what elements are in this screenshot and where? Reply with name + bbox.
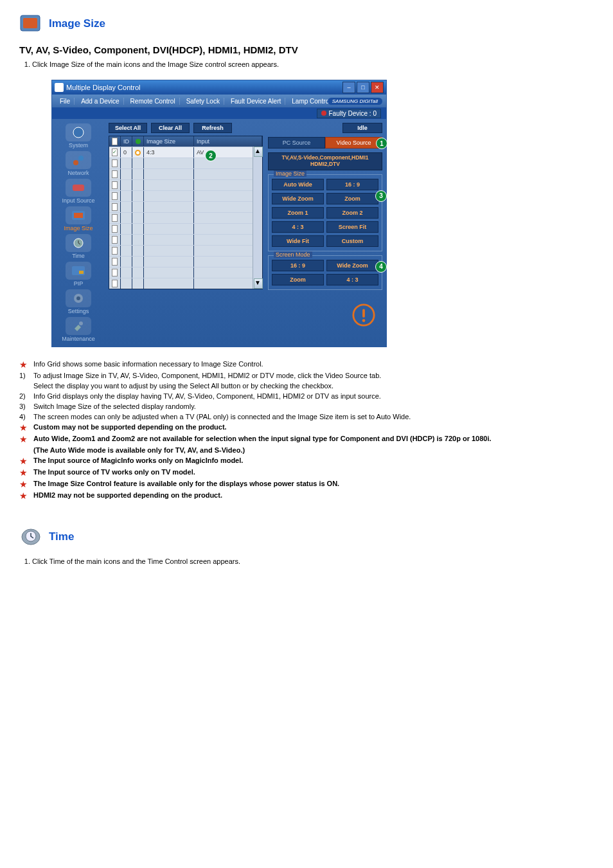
btn-sm-wide-zoom[interactable]: Wide Zoom	[326, 260, 378, 271]
sidebar-item-image-size[interactable]: Image Size	[55, 206, 102, 232]
col-checkbox	[109, 136, 121, 147]
menu-fault-alert[interactable]: Fault Device Alert	[227, 98, 285, 105]
brand-badge: SAMSUNG DIGITall	[328, 98, 382, 105]
btn-sm-zoom[interactable]: Zoom	[272, 274, 324, 285]
sidebar-item-system[interactable]: System	[55, 123, 102, 149]
callout-badge-2: 2	[205, 150, 217, 161]
sidebar-item-input-source[interactable]: Input Source	[55, 178, 102, 204]
faulty-bar: Faulty Device : 0	[52, 107, 386, 119]
system-icon	[66, 123, 91, 141]
scroll-down-icon[interactable]: ▼	[254, 278, 263, 289]
settings-icon	[66, 289, 91, 307]
menu-file[interactable]: File	[56, 98, 75, 105]
btn-sm-16-9[interactable]: 16 : 9	[272, 260, 324, 271]
grid-header: ID Image Size Input	[109, 136, 262, 147]
btn-wide-zoom[interactable]: Wide Zoom	[272, 193, 324, 204]
marker-3: 3)	[19, 402, 33, 410]
grid-row-empty	[109, 234, 262, 245]
sidebar-item-time[interactable]: Time	[55, 233, 102, 260]
grid-row-empty	[109, 179, 262, 190]
note-3: Switch Image Size of the selected displa…	[33, 402, 594, 410]
btn-zoom[interactable]: Zoom	[326, 193, 378, 204]
btn-zoom-2[interactable]: Zoom 2	[326, 207, 378, 219]
grid-scrollbar[interactable]: ▲ ▼	[253, 147, 262, 289]
tab-video-source[interactable]: Video Source	[325, 137, 382, 149]
time-icon	[66, 234, 91, 252]
app-window: Multiple Display Control – □ ✕ File Add …	[51, 80, 387, 347]
sidebar-item-network[interactable]: Network	[55, 150, 102, 177]
sidebar: System Network Input Source Image Size T…	[52, 119, 105, 347]
btn-custom[interactable]: Custom	[326, 235, 378, 247]
row-id: 0	[121, 147, 132, 158]
star-icon: ★	[19, 423, 33, 432]
grid-row-empty	[109, 190, 262, 201]
btn-16-9[interactable]: 16 : 9	[326, 179, 378, 190]
alert-icon	[351, 303, 376, 329]
grid-row-empty	[109, 168, 262, 179]
sidebar-item-pip[interactable]: PIP	[55, 261, 102, 287]
btn-4-3[interactable]: 4 : 3	[272, 221, 324, 233]
menu-add-device[interactable]: Add a Device	[77, 98, 123, 105]
clear-all-button[interactable]: Clear All	[151, 123, 190, 133]
screen-mode-panel: Screen Mode 16 : 9 Wide Zoom Zoom 4 : 3 …	[268, 255, 382, 290]
note-info-grid: Info Grid shows some basic information n…	[33, 360, 594, 368]
faulty-device-indicator: Faulty Device : 0	[317, 109, 381, 118]
btn-zoom-1[interactable]: Zoom 1	[272, 207, 324, 219]
star-icon: ★	[19, 480, 33, 489]
grid-row-empty	[109, 212, 262, 223]
intro-list: Click Image Size of the main icons and t…	[19, 60, 594, 68]
refresh-button[interactable]: Refresh	[193, 123, 232, 133]
section-header-image-size: Image Size	[19, 13, 594, 35]
note-s4: The Input source of TV works only on TV …	[33, 468, 594, 476]
star-icon: ★	[19, 360, 33, 369]
row-size: 4:3	[144, 147, 194, 158]
grid-row-0[interactable]: 0 4:3 AV	[109, 147, 262, 158]
image-size-legend: Image Size	[274, 170, 306, 177]
sidebar-item-maintenance[interactable]: Maintenance	[55, 316, 102, 343]
image-size-icon	[19, 13, 42, 35]
grid-row-empty	[109, 256, 262, 267]
svg-point-13	[79, 321, 83, 325]
grid-row-empty	[109, 223, 262, 234]
btn-sm-4-3[interactable]: 4 : 3	[326, 274, 378, 285]
sidebar-item-settings[interactable]: Settings	[55, 289, 102, 315]
maximize-button[interactable]: □	[357, 82, 369, 93]
menu-remote-control[interactable]: Remote Control	[127, 98, 180, 105]
row-checkbox[interactable]	[112, 149, 118, 156]
star-icon: ★	[19, 457, 33, 466]
scroll-up-icon[interactable]: ▲	[254, 147, 263, 157]
btn-auto-wide[interactable]: Auto Wide	[272, 179, 324, 190]
network-icon	[66, 151, 91, 169]
maintenance-icon	[66, 317, 91, 335]
svg-point-2	[73, 127, 84, 138]
note-1a: To adjust Image Size in TV, AV, S-Video,…	[33, 372, 594, 379]
grid-row-empty	[109, 245, 262, 256]
star-icon: ★	[19, 491, 33, 500]
faulty-dot-icon	[321, 111, 326, 116]
select-all-button[interactable]: Select All	[109, 123, 147, 133]
btn-screen-fit[interactable]: Screen Fit	[326, 221, 378, 233]
btn-wide-fit[interactable]: Wide Fit	[272, 235, 324, 247]
note-s6: HDMI2 may not be supported depending on …	[33, 491, 594, 499]
image-size-nav-icon	[66, 206, 91, 224]
notes-list: ★Info Grid shows some basic information …	[19, 360, 594, 500]
time-step-1: Click Time of the main icons and the Tim…	[32, 557, 594, 565]
svg-rect-1	[23, 18, 37, 28]
menu-safety-lock[interactable]: Safety Lock	[182, 98, 224, 105]
svg-rect-5	[73, 185, 84, 191]
svg-rect-7	[74, 213, 83, 218]
svg-point-3	[73, 160, 78, 165]
svg-point-16	[362, 319, 366, 322]
input-source-icon	[66, 179, 91, 197]
svg-point-12	[76, 296, 80, 300]
callout-badge-3: 3	[375, 190, 387, 202]
tab-pc-source[interactable]: PC Source	[268, 137, 325, 149]
grid-row-empty	[109, 278, 262, 289]
info-grid: ID Image Size Input 0 4:3 AV	[109, 136, 263, 289]
close-button[interactable]: ✕	[371, 82, 384, 93]
menubar: File Add a Device Remote Control Safety …	[52, 95, 386, 107]
note-s1: Custom may not be supported depending on…	[33, 423, 594, 431]
app-icon	[55, 83, 64, 92]
minimize-button[interactable]: –	[342, 82, 355, 93]
intro-step-1: Click Image Size of the main icons and t…	[32, 60, 594, 68]
